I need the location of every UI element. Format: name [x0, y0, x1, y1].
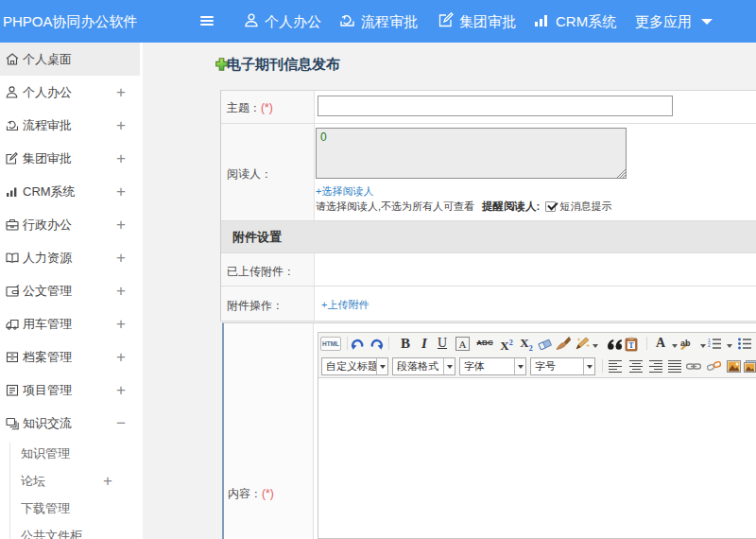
svg-text:T: T	[628, 341, 634, 350]
svg-text:2: 2	[708, 342, 711, 348]
svg-text:ab: ab	[680, 339, 691, 348]
